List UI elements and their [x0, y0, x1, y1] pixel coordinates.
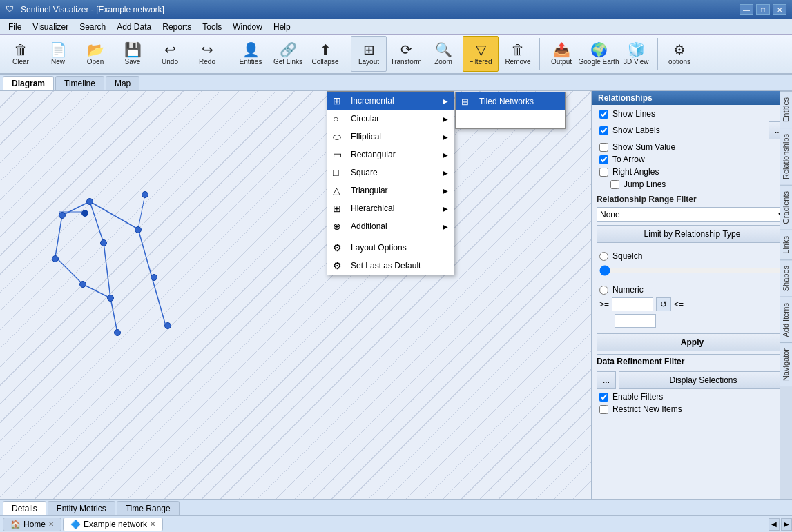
menu-item-circular[interactable]: ○ Circular ▶ [327, 110, 454, 128]
dropdown-sep [327, 237, 454, 237]
menu-visualizer[interactable]: Visualizer [27, 20, 74, 34]
menu-reports[interactable]: Reports [157, 20, 197, 34]
menu-item-additional[interactable]: ⊕ Additional ▶ [327, 217, 454, 235]
bottom-tab-details[interactable]: Details [3, 501, 46, 515]
tab-timeline[interactable]: Timeline [55, 76, 104, 90]
menu-item-rectangular[interactable]: ▭ Rectangular ▶ [327, 146, 454, 164]
menu-item-elliptical[interactable]: ⬭ Elliptical ▶ [327, 128, 454, 146]
side-tab-entities[interactable]: Entities [780, 91, 792, 128]
filtered-icon: ▽ [476, 43, 486, 57]
save-button[interactable]: 💾 Save [115, 36, 151, 72]
enable-filters-checkbox[interactable] [599, 393, 608, 402]
network-tab-home[interactable]: 🏠 Home ✕ [3, 518, 61, 531]
maximize-button[interactable]: □ [756, 4, 770, 15]
to-arrow-checkbox[interactable] [599, 155, 608, 164]
side-tabs: Entities Relationships Gradients Links S… [780, 91, 792, 499]
network-tab-bar: 🏠 Home ✕ 🔷 Example network ✕ ◀ ▶ [0, 515, 792, 532]
menu-help[interactable]: Help [268, 20, 296, 34]
main-tab-bar: Diagram Timeline Map [0, 75, 792, 91]
to-arrow-label: To Arrow [612, 155, 645, 164]
menu-tools[interactable]: Tools [197, 20, 227, 34]
layout-button[interactable]: ⊞ Layout [351, 36, 387, 72]
menu-file[interactable]: File [3, 20, 27, 34]
jump-lines-checkbox[interactable] [610, 180, 619, 189]
numeric-refresh-button[interactable]: ↺ [656, 297, 671, 311]
show-sum-value-checkbox[interactable] [599, 143, 608, 152]
options-button[interactable]: ⚙ options [661, 36, 697, 72]
layout-dropdown-menu: ⊞ Incremental ▶ ⊞ Tiled Networks ⬡ One N… [327, 91, 454, 275]
right-angles-checkbox[interactable] [599, 168, 608, 177]
bottom-tab-entity-metrics[interactable]: Entity Metrics [48, 501, 115, 515]
getlinks-button[interactable]: 🔗 Get Links [270, 36, 306, 72]
transform-button[interactable]: ⟳ Transform [388, 36, 424, 72]
zoom-button[interactable]: 🔍 Zoom [425, 36, 461, 72]
tab-map[interactable]: Map [106, 76, 139, 90]
clear-button[interactable]: 🗑 Clear [3, 36, 39, 72]
restrict-new-items-checkbox[interactable] [599, 405, 608, 414]
tiled-networks-icon: ⊞ [461, 97, 475, 107]
relationship-range-dropdown[interactable]: None Date Range Custom [597, 207, 788, 222]
entities-button[interactable]: 👤 Entities [233, 36, 269, 72]
submenu-one-network[interactable]: ⬡ One Network [456, 110, 565, 128]
nav-back-button[interactable]: ◀ [769, 518, 780, 531]
additional-icon: ⊕ [333, 221, 347, 232]
menu-adddata[interactable]: Add Data [111, 20, 157, 34]
show-lines-label: Show Lines [612, 109, 655, 119]
side-tab-relationships[interactable]: Relationships [780, 128, 792, 185]
open-icon: 📂 [87, 43, 104, 57]
undo-button[interactable]: ↩ Undo [152, 36, 188, 72]
menu-item-incremental[interactable]: ⊞ Incremental ▶ ⊞ Tiled Networks ⬡ One N… [327, 92, 454, 110]
right-panel: Relationships ✕ Show Lines Show Labels .… [592, 91, 792, 499]
redo-button[interactable]: ↪ Redo [189, 36, 225, 72]
filtered-button[interactable]: ▽ Filtered [463, 36, 499, 72]
toolbar-sep-3 [539, 38, 540, 70]
menu-item-square[interactable]: □ Square ▶ [327, 164, 454, 181]
data-refinement-extra-button[interactable]: ... [597, 371, 616, 389]
menu-item-hierarchical[interactable]: ⊞ Hierarchical ▶ [327, 199, 454, 217]
canvas-area[interactable]: ⊞ Incremental ▶ ⊞ Tiled Networks ⬡ One N… [0, 91, 592, 499]
show-labels-checkbox[interactable] [599, 126, 608, 135]
menu-item-layoutoptions[interactable]: ⚙ Layout Options [327, 239, 454, 257]
menu-item-setlastdefault[interactable]: ⚙ Set Last as Default [327, 257, 454, 275]
squelch-radio[interactable] [599, 252, 608, 261]
home-close-button[interactable]: ✕ [48, 520, 54, 528]
3dview-button[interactable]: 🧊 3D View [618, 36, 654, 72]
example-close-button[interactable]: ✕ [150, 520, 155, 528]
menu-search[interactable]: Search [74, 20, 111, 34]
numeric-max-input[interactable] [615, 314, 656, 328]
menu-window[interactable]: Window [227, 20, 268, 34]
close-button[interactable]: ✕ [773, 4, 786, 15]
tab-diagram[interactable]: Diagram [3, 76, 54, 90]
squelch-label: Squelch [612, 251, 642, 261]
show-sum-value-label: Show Sum Value [612, 142, 675, 152]
side-tab-additems[interactable]: Add Items [780, 297, 792, 343]
collapse-button[interactable]: ⬆ Collapse [307, 36, 343, 72]
open-button[interactable]: 📂 Open [77, 36, 113, 72]
bottom-tab-time-range[interactable]: Time Range [117, 501, 180, 515]
show-lines-checkbox[interactable] [599, 110, 608, 119]
nav-forward-button[interactable]: ▶ [781, 518, 792, 531]
squelch-section: Squelch [597, 251, 788, 279]
side-tab-navigator[interactable]: Navigator [780, 342, 792, 386]
submenu-tiled-networks[interactable]: ⊞ Tiled Networks [456, 92, 565, 110]
side-tab-shapes[interactable]: Shapes [780, 259, 792, 297]
display-selections-button[interactable]: Display Selections [619, 371, 788, 389]
numeric-radio[interactable] [599, 286, 608, 295]
limit-by-relationship-type-button[interactable]: Limit by Relationship Type [597, 225, 788, 243]
remove-button[interactable]: 🗑 Remove [500, 36, 536, 72]
numeric-min-input[interactable] [612, 297, 653, 311]
output-button[interactable]: 📤 Output [543, 36, 579, 72]
panel-title: Relationships [598, 93, 653, 103]
panel-content: Show Lines Show Labels ... Show Sum Valu… [592, 105, 792, 499]
apply-button[interactable]: Apply [597, 333, 788, 351]
googleearth-button[interactable]: 🌍 Google Earth [581, 36, 617, 72]
side-tab-links[interactable]: Links [780, 230, 792, 259]
network-tab-example[interactable]: 🔷 Example network ✕ [63, 518, 163, 531]
squelch-slider[interactable] [599, 265, 785, 276]
minimize-button[interactable]: — [740, 4, 753, 15]
side-tab-gradients[interactable]: Gradients [780, 185, 792, 230]
menu-item-triangular[interactable]: △ Triangular ▶ [327, 181, 454, 199]
transform-icon: ⟳ [400, 43, 412, 57]
new-button[interactable]: 📄 New [40, 36, 76, 72]
title-bar-text: Sentinel Visualizer - [Example network] [21, 5, 740, 14]
